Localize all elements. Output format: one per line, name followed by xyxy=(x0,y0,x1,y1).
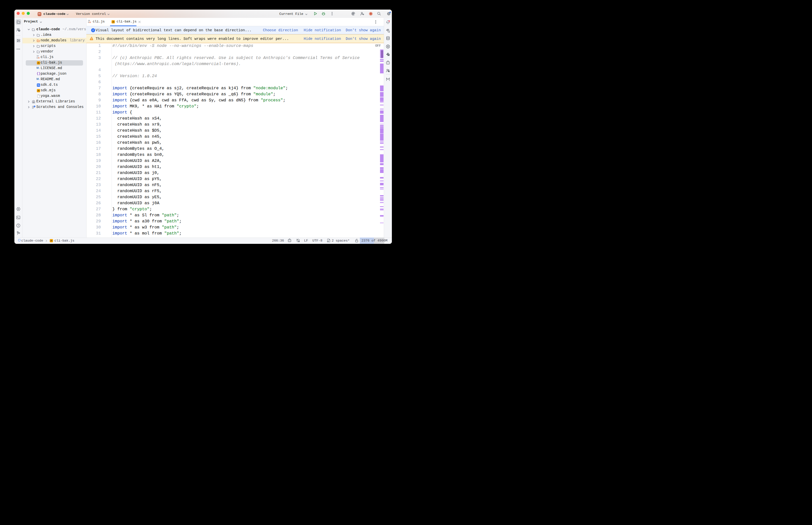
svg-text:?: ? xyxy=(19,30,20,31)
